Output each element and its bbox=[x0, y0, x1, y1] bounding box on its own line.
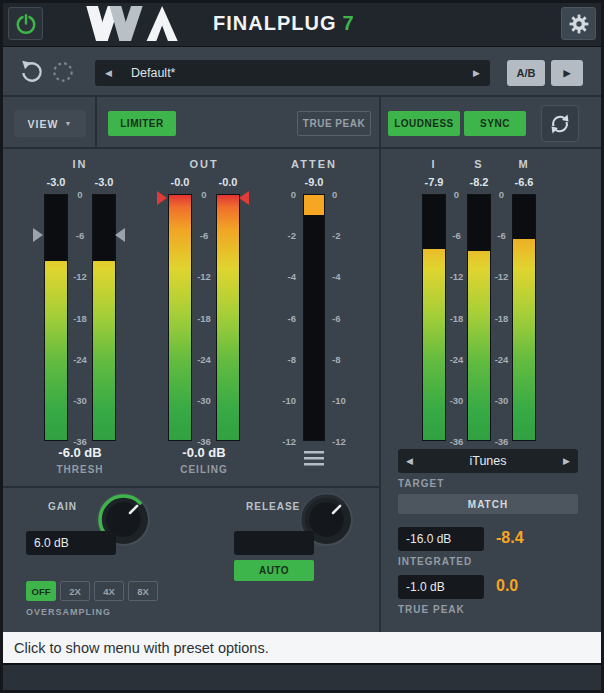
true-peak-value: 0.0 bbox=[496, 577, 518, 595]
divider bbox=[0, 147, 604, 149]
footer-bar bbox=[0, 663, 604, 693]
match-button[interactable]: MATCH bbox=[398, 494, 578, 514]
scale-tick: -24 bbox=[68, 353, 92, 364]
redo-icon bbox=[50, 59, 76, 85]
plugin-version: 7 bbox=[342, 12, 354, 34]
scale-tick: -30 bbox=[192, 394, 216, 405]
loudness-toggle-button[interactable]: LOUDNESS bbox=[388, 111, 460, 136]
gain-value-field[interactable]: 6.0 dB bbox=[26, 531, 116, 555]
oversampling-option-8x[interactable]: 8X bbox=[128, 581, 158, 601]
scale-tick: -6 bbox=[446, 230, 467, 241]
ceiling-marker-right[interactable] bbox=[239, 191, 249, 205]
scale-tick: -18 bbox=[192, 312, 216, 323]
i-peak: -7.9 bbox=[425, 176, 444, 188]
in-meter-label: IN bbox=[73, 158, 88, 170]
integrated-target-field[interactable]: -16.0 dB bbox=[398, 527, 484, 551]
atten-scale-right: 0 -2 -4 -6 -8 -10 -12 bbox=[330, 194, 358, 441]
scale-tick: -6 bbox=[192, 230, 216, 241]
ceiling-readout[interactable]: -0.0 dB bbox=[182, 445, 225, 460]
scale-tick: -30 bbox=[446, 394, 467, 405]
power-button[interactable] bbox=[8, 7, 43, 40]
divider bbox=[0, 95, 604, 97]
scale-tick: -2 bbox=[330, 230, 358, 241]
scale-tick: -24 bbox=[491, 353, 512, 364]
target-value: iTunes bbox=[398, 454, 578, 468]
threshold-marker-right[interactable] bbox=[115, 228, 125, 242]
scale-tick: -12 bbox=[330, 436, 358, 447]
scale-tick: -24 bbox=[192, 353, 216, 364]
threshold-marker-left[interactable] bbox=[33, 228, 43, 242]
scale-tick: 0 bbox=[192, 189, 216, 200]
momentary-meter-label: M bbox=[518, 158, 529, 170]
thresh-readout[interactable]: -6.0 dB bbox=[58, 445, 101, 460]
limiter-toggle-button[interactable]: LIMITER bbox=[108, 111, 176, 136]
scale-tick: -6 bbox=[330, 312, 358, 323]
target-caption: TARGET bbox=[398, 478, 444, 489]
out-peak-right: -0.0 bbox=[219, 176, 238, 188]
preset-play-button[interactable]: ▶ bbox=[551, 60, 583, 86]
scale-tick: 0 bbox=[330, 189, 358, 200]
in-peak-left: -3.0 bbox=[47, 176, 66, 188]
out-meter-right-bar bbox=[216, 194, 240, 441]
oversampling-caption: OVERSAMPLING bbox=[26, 607, 111, 617]
true-peak-caption: TRUE PEAK bbox=[398, 604, 465, 615]
integrated-caption: INTEGRATED bbox=[398, 556, 472, 567]
in-peak-right: -3.0 bbox=[95, 176, 114, 188]
scale-tick: 0 bbox=[446, 189, 467, 200]
wave-arts-logo bbox=[62, 6, 202, 45]
auto-release-button[interactable]: AUTO bbox=[234, 560, 314, 581]
sync-toggle-button[interactable]: SYNC bbox=[464, 111, 526, 136]
undo-icon bbox=[19, 59, 45, 85]
preset-next-icon[interactable]: ▶ bbox=[473, 68, 480, 78]
loudness-reset-button[interactable] bbox=[541, 105, 579, 142]
meter-menu-button[interactable] bbox=[304, 450, 324, 466]
scale-tick: -2 bbox=[270, 230, 298, 241]
oversampling-option-4x[interactable]: 4X bbox=[94, 581, 124, 601]
scale-tick: -30 bbox=[491, 394, 512, 405]
scale-tick: -4 bbox=[270, 271, 298, 282]
scale-tick: -12 bbox=[68, 271, 92, 282]
redo-button[interactable] bbox=[49, 58, 77, 86]
integrated-meter-label: I bbox=[431, 158, 436, 170]
undo-button[interactable] bbox=[18, 58, 46, 86]
scale-tick: -8 bbox=[330, 353, 358, 364]
atten-meter-bar bbox=[303, 194, 325, 441]
ism-scale-2: 0 -6 -12 -18 -24 -30 -36 bbox=[491, 194, 512, 441]
view-menu-button[interactable]: VIEW ▼ bbox=[14, 110, 86, 137]
i-meter-bar bbox=[422, 194, 446, 441]
power-icon bbox=[15, 13, 37, 35]
in-meter-left-bar bbox=[44, 194, 68, 441]
status-bar: Click to show menu with preset options. bbox=[0, 632, 604, 663]
scale-tick: -8 bbox=[270, 353, 298, 364]
target-selector[interactable]: ◀ iTunes ▶ bbox=[398, 449, 578, 473]
oversampling-option-2x[interactable]: 2X bbox=[60, 581, 90, 601]
preset-name: Default* bbox=[131, 66, 175, 80]
scale-tick: -6 bbox=[270, 312, 298, 323]
true-peak-target-field[interactable]: -1.0 dB bbox=[398, 575, 484, 599]
scale-tick: -24 bbox=[446, 353, 467, 364]
preset-prev-icon[interactable]: ◀ bbox=[105, 68, 112, 78]
scale-tick: -6 bbox=[491, 230, 512, 241]
out-meter-label: OUT bbox=[189, 158, 218, 170]
scale-tick: 0 bbox=[270, 189, 298, 200]
scale-tick: -18 bbox=[491, 312, 512, 323]
preset-selector[interactable]: ◀ Default* ▶ bbox=[95, 60, 490, 86]
divider bbox=[379, 97, 381, 632]
ceiling-marker-left[interactable] bbox=[157, 191, 167, 205]
s-meter-bar bbox=[467, 194, 491, 441]
integrated-value: -8.4 bbox=[496, 529, 524, 547]
scale-tick: -18 bbox=[68, 312, 92, 323]
settings-button[interactable] bbox=[561, 7, 596, 40]
scale-tick: -12 bbox=[491, 271, 512, 282]
atten-peak: -9.0 bbox=[305, 176, 324, 188]
divider bbox=[95, 97, 97, 147]
release-value-field[interactable] bbox=[234, 531, 314, 555]
chevron-down-icon: ▼ bbox=[64, 120, 72, 127]
view-label: VIEW bbox=[28, 118, 59, 130]
true-peak-toggle-button[interactable]: TRUE PEAK bbox=[297, 111, 371, 136]
scale-tick: -36 bbox=[491, 436, 512, 447]
ab-compare-button[interactable]: A/B bbox=[507, 60, 545, 86]
gain-label: GAIN bbox=[48, 501, 77, 512]
atten-scale-left: 0 -2 -4 -6 -8 -10 -12 bbox=[270, 194, 298, 441]
oversampling-option-off[interactable]: OFF bbox=[26, 581, 56, 601]
